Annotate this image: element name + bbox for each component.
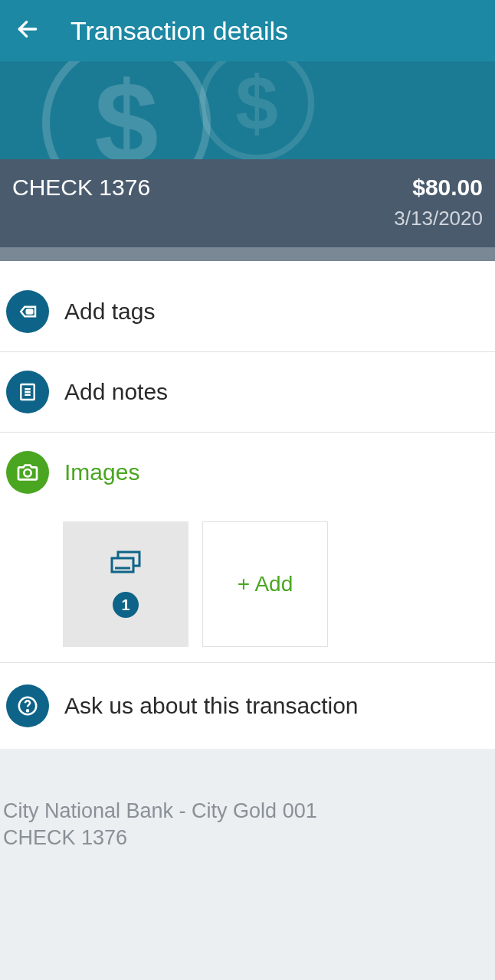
hero-banner	[0, 61, 495, 159]
image-count-badge: 1	[113, 592, 139, 618]
add-image-label: + Add	[238, 572, 293, 596]
svg-point-6	[24, 469, 31, 476]
spacer	[0, 247, 495, 261]
help-icon	[6, 684, 49, 727]
add-image-button[interactable]: + Add	[202, 521, 328, 647]
svg-point-11	[27, 710, 28, 711]
ask-label: Ask us about this transaction	[64, 693, 359, 719]
transaction-date: 3/13/2020	[394, 207, 483, 230]
transaction-summary: CHECK 1376 $80.00 3/13/2020	[0, 159, 495, 247]
footer-info: City National Bank - City Gold 001 CHECK…	[0, 749, 495, 851]
content-area: Add tags Add notes Images	[0, 261, 495, 749]
check-line: CHECK 1376	[3, 825, 492, 851]
account-line: City National Bank - City Gold 001	[3, 798, 492, 825]
back-icon[interactable]	[15, 17, 40, 44]
images-row-header: Images	[0, 432, 495, 512]
image-thumbnail[interactable]: 1	[63, 521, 188, 647]
transaction-name: CHECK 1376	[12, 175, 150, 201]
camera-icon	[6, 451, 49, 494]
add-notes-label: Add notes	[64, 379, 168, 405]
coin-decoration-small	[199, 61, 314, 159]
images-label: Images	[64, 459, 139, 485]
add-tags-label: Add tags	[64, 299, 155, 325]
page-title: Transaction details	[70, 16, 288, 46]
app-bar: Transaction details	[0, 0, 495, 61]
coin-decoration-large	[42, 61, 211, 159]
check-stack-icon	[110, 550, 141, 578]
ask-about-transaction-row[interactable]: Ask us about this transaction	[0, 663, 495, 749]
svg-rect-1	[27, 310, 33, 314]
add-notes-row[interactable]: Add notes	[0, 351, 495, 432]
svg-rect-8	[112, 558, 133, 572]
add-tags-row[interactable]: Add tags	[0, 272, 495, 351]
notes-icon	[6, 371, 49, 413]
images-grid: 1 + Add	[0, 512, 495, 663]
tag-icon	[6, 290, 49, 333]
transaction-amount: $80.00	[394, 175, 483, 201]
